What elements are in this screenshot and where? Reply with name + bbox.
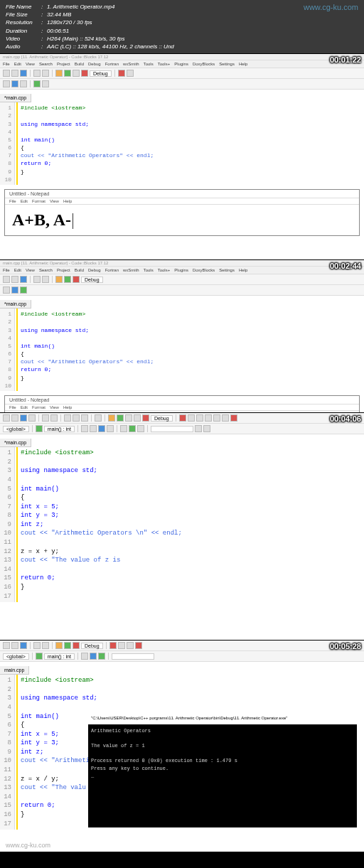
ide-menubar-2[interactable]: FileEditViewSearchProjectBuildDebugFortr… bbox=[0, 267, 364, 274]
paste-icon[interactable] bbox=[81, 414, 88, 422]
menu-view[interactable]: View bbox=[26, 268, 35, 272]
run-icon[interactable] bbox=[117, 414, 124, 422]
search-box[interactable] bbox=[112, 653, 154, 660]
notepad-menubar[interactable]: FileEditFormatViewHelp bbox=[5, 198, 359, 205]
redo-icon[interactable] bbox=[50, 414, 58, 422]
open-icon[interactable] bbox=[11, 414, 18, 422]
build-icon[interactable] bbox=[108, 414, 115, 422]
save-icon[interactable] bbox=[20, 70, 27, 77]
np-menu-format[interactable]: Format bbox=[32, 199, 46, 203]
menu-edit[interactable]: Edit bbox=[14, 62, 21, 66]
console-window[interactable]: "C:\Users\USER\Desktop\C++ porgrams\11. … bbox=[85, 712, 360, 830]
menu-search[interactable]: Search bbox=[39, 62, 53, 66]
undo-icon[interactable] bbox=[33, 642, 41, 649]
tool-icon[interactable] bbox=[203, 425, 210, 432]
stop-debug-icon[interactable] bbox=[230, 414, 237, 422]
tool-icon[interactable] bbox=[90, 653, 97, 660]
scope-dropdown[interactable]: <global> bbox=[3, 426, 29, 432]
tool-icon[interactable] bbox=[129, 425, 136, 432]
editor-tab-3[interactable]: *main.cpp bbox=[0, 439, 31, 447]
step-icon[interactable] bbox=[127, 642, 134, 649]
np-menu-help[interactable]: Help bbox=[63, 199, 72, 203]
np-menu-view[interactable]: View bbox=[50, 405, 59, 409]
stop-icon[interactable] bbox=[73, 642, 80, 649]
copy-icon[interactable] bbox=[73, 414, 80, 422]
step-out-icon[interactable] bbox=[213, 414, 220, 422]
code-editor-2[interactable]: 12345678910 #include <iostream> using na… bbox=[0, 309, 364, 391]
notepad-window-1[interactable]: Untitled - Notepad FileEditFormatViewHel… bbox=[4, 189, 360, 236]
np-menu-edit[interactable]: Edit bbox=[21, 199, 28, 203]
tool-icon[interactable] bbox=[11, 80, 18, 87]
tool-icon[interactable] bbox=[42, 80, 49, 87]
search-box[interactable] bbox=[151, 426, 193, 432]
menu-tools[interactable]: Tools bbox=[144, 268, 154, 272]
menu-tools[interactable]: Tools bbox=[144, 62, 154, 66]
build-icon[interactable] bbox=[55, 276, 63, 283]
debug-start-icon[interactable] bbox=[109, 642, 117, 649]
step-icon[interactable] bbox=[118, 642, 125, 649]
run-icon[interactable] bbox=[64, 642, 71, 649]
goto-icon[interactable] bbox=[36, 653, 43, 660]
menu-settings[interactable]: Settings bbox=[219, 268, 235, 272]
menu-doxyblocks[interactable]: DoxyBlocks bbox=[193, 268, 215, 272]
target-dropdown[interactable]: Debug bbox=[90, 70, 112, 77]
menu-file[interactable]: File bbox=[3, 62, 10, 66]
save-icon[interactable] bbox=[20, 642, 27, 649]
open-icon[interactable] bbox=[11, 70, 18, 77]
editor-tab-1[interactable]: *main.cpp bbox=[0, 94, 31, 102]
menu-build[interactable]: Build bbox=[75, 268, 84, 272]
console-output[interactable]: Arithmetic Operators The value of z = 1 … bbox=[88, 724, 357, 827]
menu-fortran[interactable]: Fortran bbox=[105, 62, 119, 66]
menu-wxsmith[interactable]: wxSmith bbox=[123, 62, 139, 66]
function-dropdown[interactable]: main() : int bbox=[44, 653, 75, 660]
menu-settings[interactable]: Settings bbox=[219, 62, 235, 66]
cut-icon[interactable] bbox=[64, 414, 71, 422]
scope-dropdown[interactable]: <global> bbox=[3, 653, 29, 660]
menu-toolsplus[interactable]: Tools+ bbox=[158, 268, 171, 272]
menu-toolsplus[interactable]: Tools+ bbox=[158, 62, 171, 66]
new-icon[interactable] bbox=[3, 414, 10, 422]
code-content[interactable]: #include <iostream> using namespace std;… bbox=[16, 102, 364, 185]
tool-icon[interactable] bbox=[98, 653, 105, 660]
menu-view[interactable]: View bbox=[26, 62, 35, 66]
tool-icon[interactable] bbox=[33, 80, 41, 87]
stop-icon[interactable] bbox=[73, 276, 80, 283]
open-icon[interactable] bbox=[11, 276, 18, 283]
menu-plugins[interactable]: Plugins bbox=[174, 268, 188, 272]
target-dropdown[interactable]: Debug bbox=[81, 643, 103, 649]
undo-icon[interactable] bbox=[33, 276, 41, 283]
notepad-textarea[interactable]: A+B, A- bbox=[5, 205, 359, 235]
menu-project[interactable]: Project bbox=[57, 268, 70, 272]
new-icon[interactable] bbox=[3, 276, 10, 283]
tool-icon[interactable] bbox=[3, 286, 10, 294]
np-menu-edit[interactable]: Edit bbox=[21, 405, 28, 409]
target-dropdown[interactable]: Debug bbox=[81, 277, 103, 283]
rebuild-icon[interactable] bbox=[134, 414, 141, 422]
stop-debug-icon[interactable] bbox=[135, 642, 142, 649]
run-icon[interactable] bbox=[64, 276, 71, 283]
build-run-icon[interactable] bbox=[125, 414, 132, 422]
np-menu-help[interactable]: Help bbox=[63, 405, 72, 409]
menu-edit[interactable]: Edit bbox=[14, 268, 21, 272]
menu-doxyblocks[interactable]: DoxyBlocks bbox=[193, 62, 215, 66]
build-icon[interactable] bbox=[55, 70, 63, 77]
menu-plugins[interactable]: Plugins bbox=[174, 62, 188, 66]
code-content[interactable]: #include <iostream> using namespace std;… bbox=[16, 447, 364, 602]
tool-icon[interactable] bbox=[81, 653, 88, 660]
tool-icon[interactable] bbox=[20, 80, 27, 87]
tool-icon[interactable] bbox=[20, 286, 27, 294]
menu-project[interactable]: Project bbox=[57, 62, 70, 66]
undo-icon[interactable] bbox=[33, 70, 41, 77]
goto-icon[interactable] bbox=[36, 425, 43, 432]
debug-icon[interactable] bbox=[118, 70, 125, 77]
new-icon[interactable] bbox=[3, 642, 10, 649]
editor-tab-4[interactable]: main.cpp bbox=[0, 666, 29, 675]
step-into-icon[interactable] bbox=[205, 414, 212, 422]
menu-debug[interactable]: Debug bbox=[88, 268, 101, 272]
menu-fortran[interactable]: Fortran bbox=[105, 268, 119, 272]
menu-search[interactable]: Search bbox=[39, 268, 53, 272]
np-menu-format[interactable]: Format bbox=[32, 405, 46, 409]
run-cursor-icon[interactable] bbox=[188, 414, 195, 422]
redo-icon[interactable] bbox=[42, 642, 49, 649]
tool-icon[interactable] bbox=[120, 425, 127, 432]
